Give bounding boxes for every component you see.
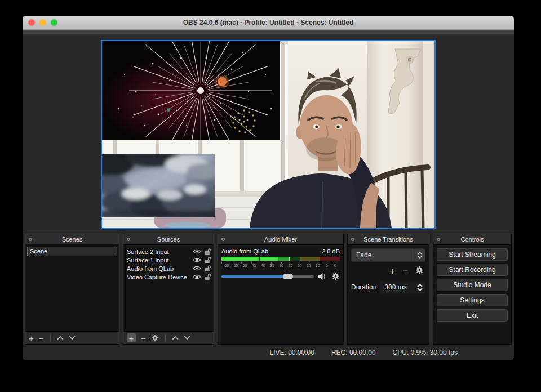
panel-dock-icon bbox=[436, 237, 441, 242]
scene-list[interactable]: Scene bbox=[25, 245, 119, 331]
volume-slider-fill bbox=[221, 275, 288, 278]
move-scene-down-button[interactable] bbox=[69, 336, 76, 340]
visibility-eye-icon[interactable] bbox=[193, 248, 201, 255]
minimize-button[interactable] bbox=[39, 19, 46, 26]
chevron-down-icon bbox=[418, 256, 422, 259]
visibility-eye-icon[interactable] bbox=[193, 265, 201, 271]
source-properties-gear-icon[interactable] bbox=[151, 334, 159, 342]
panel-dock-icon bbox=[126, 237, 131, 242]
source-list[interactable]: Surface 2 Input Surface 1 Input Audio fr… bbox=[123, 245, 214, 331]
panel-dock-icon bbox=[351, 237, 355, 242]
remove-transition-button[interactable]: − bbox=[402, 266, 408, 277]
move-source-up-button[interactable] bbox=[172, 336, 179, 340]
settings-button[interactable]: Settings bbox=[437, 294, 508, 306]
scene-transitions-panel-header[interactable]: Scene Transitions bbox=[348, 234, 429, 245]
scene-list-item[interactable]: Scene bbox=[27, 247, 117, 256]
source-list-item[interactable]: Video Capture Device bbox=[126, 273, 211, 281]
volume-meter bbox=[221, 256, 340, 261]
source-label: Audio from QLab bbox=[126, 265, 193, 272]
toolbar-divider bbox=[50, 335, 51, 342]
rec-time: REC: 00:00:00 bbox=[331, 349, 376, 357]
audio-mixer-panel: Audio Mixer Audio from QLab -2.0 dB -60-… bbox=[218, 234, 344, 345]
meter-scale: -60-55 -50-45 -40-35 -30-25 -20-15 -10-5… bbox=[221, 264, 340, 268]
sources-panel: Sources Surface 2 Input Surface 1 Input bbox=[123, 234, 214, 345]
transition-select-arrows[interactable] bbox=[414, 249, 425, 261]
scene-transitions-panel: Scene Transitions Fade + − Duration bbox=[347, 234, 429, 345]
source-label: Video Capture Device bbox=[126, 274, 193, 280]
source-label: Surface 1 Input bbox=[126, 257, 193, 264]
lock-icon[interactable] bbox=[204, 248, 211, 255]
window-title: OBS 24.0.6 (mac) - Profile: Untitled - S… bbox=[183, 19, 354, 26]
scenes-panel: Scenes Scene + − bbox=[25, 234, 119, 345]
lock-icon[interactable] bbox=[204, 256, 211, 264]
obs-window: OBS 24.0.6 (mac) - Profile: Untitled - S… bbox=[23, 16, 514, 360]
live-time: LIVE: 00:00:00 bbox=[269, 349, 314, 357]
titlebar[interactable]: OBS 24.0.6 (mac) - Profile: Untitled - S… bbox=[23, 16, 514, 30]
controls-panel: Controls Start Streaming Start Recording… bbox=[433, 234, 512, 345]
fireworks-video-source[interactable] bbox=[102, 41, 280, 140]
add-transition-button[interactable]: + bbox=[389, 266, 395, 277]
status-bar: LIVE: 00:00:00 REC: 00:00:00 CPU: 0.9%, … bbox=[23, 345, 514, 360]
source-list-item[interactable]: Surface 1 Input bbox=[126, 256, 211, 264]
titlebar-lower-strip bbox=[23, 30, 514, 34]
close-button[interactable] bbox=[28, 19, 35, 26]
speaker-icon[interactable] bbox=[318, 273, 327, 280]
mixer-level-db: -2.0 dB bbox=[320, 248, 340, 255]
scenes-panel-header[interactable]: Scenes bbox=[25, 234, 119, 245]
scenes-panel-title: Scenes bbox=[25, 236, 119, 243]
audio-mixer-panel-header[interactable]: Audio Mixer bbox=[218, 234, 343, 245]
clouds-video-source[interactable] bbox=[102, 154, 215, 217]
preview-area bbox=[23, 34, 514, 234]
source-list-item[interactable]: Audio from QLab bbox=[126, 264, 211, 273]
sources-toolbar: + − bbox=[123, 331, 214, 344]
cpu-fps: CPU: 0.9%, 30.00 fps bbox=[393, 349, 458, 357]
audio-mixer-panel-title: Audio Mixer bbox=[218, 236, 343, 243]
duration-value: 300 ms bbox=[380, 283, 415, 291]
source-list-item[interactable]: Surface 2 Input bbox=[126, 247, 211, 256]
panel-dock-icon bbox=[221, 237, 225, 242]
start-recording-button[interactable]: Start Recording bbox=[437, 264, 508, 276]
volume-slider[interactable] bbox=[221, 275, 314, 278]
mixer-channel-name: Audio from QLab bbox=[221, 248, 268, 255]
move-scene-up-button[interactable] bbox=[57, 336, 64, 340]
sources-panel-header[interactable]: Sources bbox=[123, 234, 214, 245]
visibility-eye-icon[interactable] bbox=[193, 274, 201, 280]
remove-scene-button[interactable]: − bbox=[39, 334, 44, 342]
lock-icon[interactable] bbox=[204, 265, 211, 272]
studio-mode-button[interactable]: Studio Mode bbox=[437, 279, 508, 291]
lock-icon[interactable] bbox=[204, 273, 211, 280]
spin-down-icon[interactable] bbox=[417, 288, 423, 291]
controls-panel-header[interactable]: Controls bbox=[433, 234, 511, 245]
remove-source-button[interactable]: − bbox=[141, 334, 146, 342]
controls-panel-title: Controls bbox=[433, 236, 511, 243]
duration-spinbox[interactable]: 300 ms bbox=[380, 281, 425, 293]
transition-select[interactable]: Fade bbox=[351, 248, 425, 262]
chevron-up-icon bbox=[418, 252, 422, 255]
transition-selected-value: Fade bbox=[352, 251, 414, 259]
toolbar-divider bbox=[165, 335, 166, 342]
add-scene-button[interactable]: + bbox=[29, 334, 34, 342]
zoom-button[interactable] bbox=[51, 19, 57, 26]
preview-canvas[interactable] bbox=[101, 40, 436, 229]
move-source-down-button[interactable] bbox=[184, 336, 190, 340]
transition-properties-gear-icon[interactable] bbox=[415, 266, 424, 277]
duration-label: Duration bbox=[351, 283, 376, 291]
start-streaming-button[interactable]: Start Streaming bbox=[437, 248, 508, 261]
spin-up-icon[interactable] bbox=[417, 284, 423, 287]
scenes-toolbar: + − bbox=[25, 331, 119, 344]
exit-button[interactable]: Exit bbox=[437, 309, 508, 322]
mixer-gear-icon[interactable] bbox=[331, 272, 340, 280]
sources-panel-title: Sources bbox=[123, 236, 214, 243]
add-source-button[interactable]: + bbox=[127, 333, 136, 342]
volume-slider-handle[interactable] bbox=[283, 274, 293, 279]
panel-dock-icon bbox=[28, 237, 33, 242]
source-label: Surface 2 Input bbox=[126, 248, 193, 255]
visibility-eye-icon[interactable] bbox=[193, 257, 201, 263]
scene-transitions-panel-title: Scene Transitions bbox=[348, 236, 429, 243]
